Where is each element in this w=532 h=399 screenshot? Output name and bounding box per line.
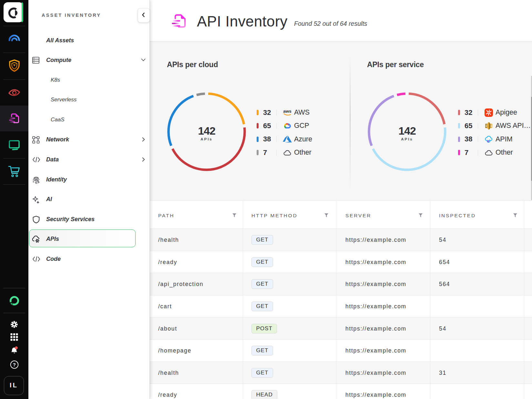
svg-text:?: ? (13, 362, 16, 367)
svg-text:aws: aws (283, 109, 292, 114)
